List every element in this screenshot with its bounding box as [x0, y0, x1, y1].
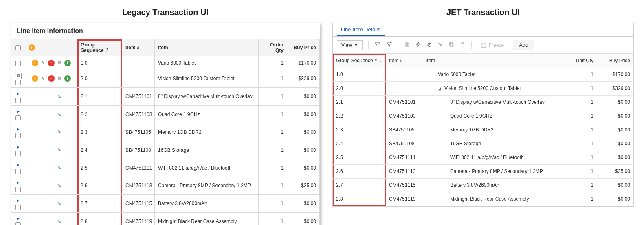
edit-icon[interactable]: ✎	[56, 93, 63, 100]
row-checkbox-cell[interactable]: ▶	[11, 177, 25, 194]
row-checkbox-cell[interactable]: ▶	[11, 123, 25, 141]
row-checkbox-cell[interactable]	[11, 56, 25, 70]
table-row[interactable]: 2.4SB475110816GB Storage1$0.00	[333, 137, 633, 151]
plus-green-icon[interactable]: +	[64, 75, 71, 82]
gear-icon[interactable]: ⚙	[56, 60, 63, 66]
expand-icon[interactable]: ▶	[15, 162, 22, 168]
expand-icon[interactable]: ▶	[15, 90, 22, 97]
add-icon[interactable]: +	[32, 75, 38, 82]
jet-header-qty[interactable]: Unit Qty	[564, 54, 597, 68]
table-row[interactable]: ▶ ✎2.3SB4751105Memory 1GB DDR21$0.00	[11, 123, 320, 141]
checkbox-icon[interactable]	[15, 133, 21, 138]
table-row[interactable]: 2.7CM4751115Battery 3.8V/2600mAh1$0.00	[333, 178, 633, 192]
legacy-header-item-num[interactable]: Item #	[122, 39, 155, 56]
checkbox-icon[interactable]	[15, 205, 21, 210]
row-actions-cell: ✎	[25, 159, 77, 177]
jet-header-item[interactable]: Item	[422, 54, 564, 68]
legacy-header-group-seq[interactable]: Group Sequence #	[77, 39, 122, 56]
remove-icon[interactable]: −	[48, 60, 55, 66]
row-checkbox-cell[interactable]: ▶	[11, 105, 25, 123]
checkbox-icon[interactable]	[15, 61, 21, 66]
table-row[interactable]: 2.5CM4751111WiFi 802.11 a/b/g/n/ac / Blu…	[333, 151, 633, 164]
add-icon[interactable]: +	[29, 44, 35, 51]
copy-doc-icon[interactable]	[404, 42, 410, 48]
plus-green-icon[interactable]: +	[64, 60, 71, 66]
table-row[interactable]: 2.8CM4751119Midnight Black Rear Case Ass…	[333, 192, 633, 206]
expand-icon[interactable]: ▶	[15, 144, 22, 151]
table-row[interactable]: 2.0◢Vision Slimline 5200 Custom Tablet1$…	[333, 81, 633, 95]
table-row[interactable]: +✎−⚙+1.0Vario 6000 Tablet1$170.00	[11, 56, 320, 70]
item-num-cell	[386, 68, 422, 81]
row-checkbox-cell[interactable]: ⊟	[11, 70, 25, 88]
checkbox-icon[interactable]	[15, 115, 21, 120]
edit-icon[interactable]: ✎	[56, 129, 63, 135]
legacy-header-qty[interactable]: Order Qty	[259, 39, 287, 56]
checkbox-icon[interactable]	[15, 98, 21, 103]
jet-header-group-seq[interactable]: Group Sequence #...	[333, 54, 386, 68]
jet-header-price[interactable]: Buy Price	[597, 54, 633, 68]
row-actions-cell: +✎−⚙+	[25, 56, 77, 70]
edit-icon[interactable]: ✎	[40, 60, 46, 66]
row-checkbox-cell[interactable]: ▶	[11, 141, 25, 159]
collapse-icon[interactable]: ◢	[438, 86, 441, 91]
legacy-header-price[interactable]: Buy Price	[287, 39, 320, 56]
add-icon[interactable]: +	[32, 60, 38, 66]
table-row[interactable]: ▶ ✎2.2CM4751103Quad Core 1.9GHz1$0.00	[11, 105, 320, 123]
table-row[interactable]: ▶ ✎2.1CM47511018" Display w/Capacitive M…	[11, 87, 320, 105]
group-seq-cell: 2.3	[77, 123, 122, 141]
legacy-header-checkbox[interactable]	[11, 39, 25, 56]
checkbox-icon[interactable]	[15, 45, 21, 50]
duplicate-icon[interactable]	[448, 42, 454, 48]
expand-icon[interactable]: ▶	[15, 179, 22, 186]
edit-icon[interactable]: ✎	[56, 147, 63, 153]
row-checkbox-cell[interactable]: ▶	[11, 159, 25, 177]
table-row[interactable]: 2.1CM47511018" Display w/Capacitive Mult…	[333, 95, 633, 109]
checkbox-icon[interactable]	[15, 187, 21, 192]
pencil-icon[interactable]: ✎	[438, 42, 443, 48]
trash-icon[interactable]	[460, 42, 466, 48]
row-checkbox-cell[interactable]: ▶	[11, 212, 25, 225]
row-checkbox-cell[interactable]: ▶	[11, 194, 25, 212]
table-row[interactable]: 2.3SB4751105Memory 1GB DDR21$0.00	[333, 123, 633, 137]
jet-header-item-num[interactable]: Item #	[386, 54, 422, 68]
filter-add-icon[interactable]: +	[374, 42, 380, 49]
gear-icon[interactable]: ⚙	[427, 42, 432, 48]
filter-clear-icon[interactable]	[386, 42, 392, 49]
lightning-icon[interactable]	[415, 42, 421, 48]
table-row[interactable]: 1.0Vario 6000 Tablet1$170.00	[333, 68, 633, 81]
row-checkbox-cell[interactable]: ▶	[11, 87, 25, 105]
checkbox-icon[interactable]	[15, 80, 21, 85]
edit-icon[interactable]: ✎	[56, 111, 63, 118]
table-row[interactable]: ▶ ✎2.8CM4751119Midnight Black Rear Case …	[11, 212, 320, 225]
table-row[interactable]: 2.6CM4751113Camera - Primary 8MP / Secon…	[333, 164, 633, 178]
table-row[interactable]: ▶ ✎2.7CM4751115Battery 3.8V/2600mAh1$0.0…	[11, 194, 320, 212]
remove-icon[interactable]: −	[48, 75, 55, 82]
expand-icon[interactable]: ▶	[15, 126, 22, 133]
legacy-header-item[interactable]: Item	[155, 39, 259, 56]
table-row[interactable]: 2.2CM4751103Quad Core 1.9GHz1$0.00	[333, 109, 633, 123]
edit-icon[interactable]: ✎	[56, 200, 63, 207]
qty-cell: 1	[564, 68, 597, 81]
jet-view-button[interactable]: View ▼	[337, 40, 363, 50]
table-row[interactable]: ▶ ✎2.5CM4751111WiFi 802.11 a/b/g/n/ac / …	[11, 159, 320, 177]
qty-cell: 1	[564, 137, 597, 151]
jet-tab-line-item-details[interactable]: Line Item Details	[337, 23, 385, 36]
jet-card: Line Item Details View ▼ +	[332, 23, 634, 207]
edit-icon[interactable]: ✎	[56, 165, 63, 171]
svg-rect-2	[405, 42, 408, 46]
gear-icon[interactable]: ⚙	[56, 75, 63, 82]
table-row[interactable]: ▶ ✎2.4SB475110816GB Storage1$0.00	[11, 141, 320, 159]
table-row[interactable]: ⊟ +✎−⚙+2.0Vision Slimline 5200 Custom Ta…	[11, 70, 320, 88]
collapse-icon[interactable]: ⊟	[15, 73, 22, 79]
edit-icon[interactable]: ✎	[56, 218, 63, 225]
edit-icon[interactable]: ✎	[40, 75, 46, 82]
jet-add-button[interactable]: Add	[513, 40, 534, 50]
expand-icon[interactable]: ▶	[15, 197, 22, 204]
edit-icon[interactable]: ✎	[56, 182, 63, 189]
checkbox-icon[interactable]	[15, 222, 21, 225]
expand-icon[interactable]: ▶	[15, 215, 22, 222]
expand-icon[interactable]: ▶	[15, 108, 22, 115]
checkbox-icon[interactable]	[15, 169, 21, 174]
table-row[interactable]: ▶ ✎2.6CM4751113Camera - Primary 8MP / Se…	[11, 177, 320, 194]
checkbox-icon[interactable]	[15, 151, 21, 156]
